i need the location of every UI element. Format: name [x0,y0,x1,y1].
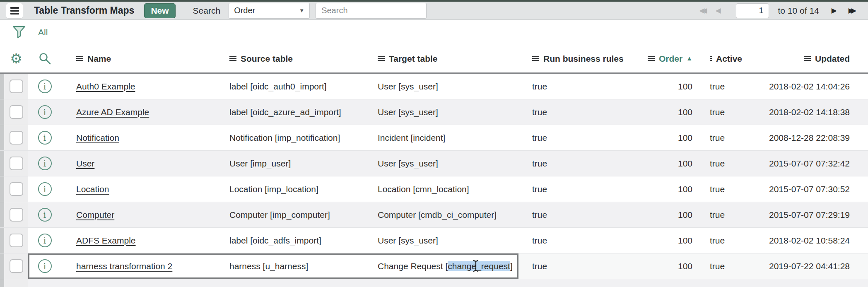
page-number-input[interactable] [736,3,769,18]
record-link[interactable]: User [76,159,94,169]
target-table-cell: User [sys_user] [364,228,518,253]
row-checkbox[interactable] [10,234,23,247]
info-icon[interactable]: i [38,182,52,196]
record-link[interactable]: Computer [76,210,114,220]
run-business-rules-cell: true [518,228,634,253]
target-table-cell: User [sys_user] [364,151,518,176]
column-header-run-business-rules[interactable]: Run business rules [518,45,634,72]
record-link[interactable]: Location [76,184,109,194]
gear-icon: ⚙ [10,52,22,65]
personalize-list-button[interactable]: ⚙ [10,52,22,65]
search-input[interactable] [316,3,427,19]
filter-button[interactable] [12,25,27,39]
source-table-cell: harness [u_harness] [215,253,364,279]
target-table-cell: User [sys_user] [364,99,518,125]
name-cell: Location [61,176,215,202]
column-header-target-table[interactable]: Target table [364,45,518,72]
record-link[interactable]: harness transformation 2 [76,261,172,271]
list-search-toggle-button[interactable] [39,52,51,65]
header-gutter [0,45,4,72]
info-icon[interactable]: i [38,131,52,145]
funnel-icon [12,25,27,39]
context-menu-button[interactable] [6,3,23,19]
row-checkbox[interactable] [10,80,23,93]
active-cell: true [696,151,742,176]
checkbox-cell [4,99,28,125]
row-checkbox[interactable] [10,208,23,222]
row-gutter [0,202,4,227]
info-icon[interactable]: i [38,80,52,93]
info-cell: i [28,125,61,150]
row-checkbox[interactable] [10,157,23,170]
column-header-order[interactable]: Order ▲ [634,45,696,72]
order-cell: 100 [634,202,696,227]
table-row: iADFS Examplelabel [oidc_adfs_import]Use… [0,228,868,253]
list-body: iAuth0 Examplelabel [oidc_auth0_import]U… [0,74,868,287]
table-row: iharness transformation 2harness [u_harn… [0,253,868,279]
partial-cell [696,279,742,287]
info-icon[interactable]: i [38,259,52,273]
table-row: iAuth0 Examplelabel [oidc_auth0_import]U… [0,74,868,99]
info-cell: i [28,202,61,227]
info-icon[interactable]: i [38,234,52,247]
record-link[interactable]: Auth0 Example [76,82,135,92]
column-menu-icon [804,56,811,57]
hamburger-menu-icon [10,7,19,9]
info-cell: i [28,176,61,202]
info-cell: i [28,99,61,125]
info-icon[interactable]: i [38,208,52,222]
column-header-source-table[interactable]: Source table [215,45,364,72]
next-page-icon: ▶ [832,7,837,14]
breadcrumb-all-link[interactable]: All [38,27,48,37]
active-cell: true [696,99,742,125]
name-cell: ADFS Example [61,228,215,253]
row-checkbox[interactable] [10,131,23,145]
checkbox-cell [4,74,28,99]
updated-cell: 2018-02-02 10:58:24 [742,228,868,253]
column-header-updated[interactable]: Updated [742,45,868,72]
checkbox-cell [4,253,28,279]
source-table-cell: label [oidc_adfs_import] [215,228,364,253]
updated-cell: 2015-07-07 07:30:52 [742,176,868,202]
order-cell: 100 [634,125,696,150]
run-business-rules-cell: true [518,253,634,279]
order-cell: 100 [634,99,696,125]
new-button[interactable]: New [144,3,175,18]
search-label: Search [193,6,221,16]
record-link[interactable]: Notification [76,133,119,143]
column-header-name[interactable]: Name [61,45,215,72]
table-row: iAzure AD Examplelabel [oidc_azure_ad_im… [0,99,868,125]
page-title: Table Transform Maps [34,5,134,16]
first-page-icon: ◀◀ [699,7,707,14]
run-business-rules-cell: true [518,74,634,99]
list-view: Table Transform Maps New Search Order ▼ … [0,0,868,287]
first-page-button[interactable]: ◀◀ [699,7,707,14]
checkbox-cell [4,279,28,287]
partial-cell [742,279,868,287]
previous-page-button[interactable]: ◀ [715,7,721,14]
row-checkbox[interactable] [10,259,23,273]
partial-cell [215,279,364,287]
info-icon[interactable]: i [38,157,52,170]
record-link[interactable]: Azure AD Example [76,107,149,117]
target-table-cell: Computer [cmdb_ci_computer] [364,202,518,227]
checkbox-cell [4,125,28,150]
row-gutter [0,125,4,150]
checkbox-cell [4,228,28,253]
column-menu-icon [378,56,385,57]
last-page-button[interactable]: ▶▶ [849,7,856,14]
partial-cell [364,279,518,287]
active-cell: true [696,228,742,253]
row-checkbox[interactable] [10,182,23,196]
run-business-rules-cell: true [518,176,634,202]
next-page-button[interactable]: ▶ [832,7,837,14]
column-header-active[interactable]: Active [696,45,742,72]
row-gutter [0,176,4,202]
name-cell: harness transformation 2 [61,253,215,279]
row-gutter [0,99,4,125]
name-cell: Auth0 Example [61,74,215,99]
row-checkbox[interactable] [10,105,23,119]
info-icon[interactable]: i [38,105,52,119]
search-column-select[interactable]: Order ▼ [229,3,310,19]
record-link[interactable]: ADFS Example [76,236,136,246]
